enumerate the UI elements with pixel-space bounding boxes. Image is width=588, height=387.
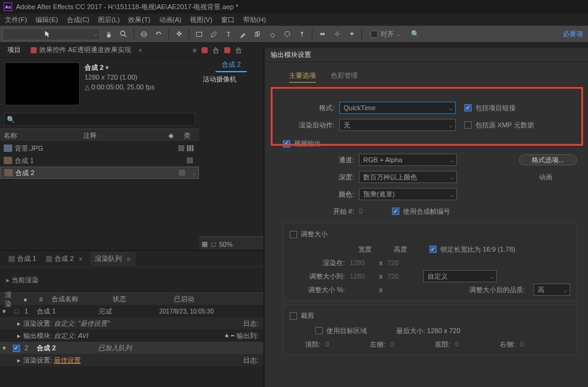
rq-render-settings-2[interactable]: ▸ 渲染设置: 最佳设置 日志: — [0, 354, 263, 366]
zoom-tool[interactable] — [118, 28, 130, 40]
col-type[interactable]: 类 — [178, 131, 195, 140]
project-item[interactable]: 背景.JPG — [0, 142, 199, 154]
color-tag[interactable] — [187, 157, 193, 163]
channels-select[interactable]: RGB + Alpha — [359, 154, 457, 166]
project-item[interactable]: 合成 2 — [0, 167, 199, 179]
zoom-value[interactable]: 50% — [219, 241, 233, 248]
panel-menu-icon[interactable]: ≡ — [193, 47, 197, 54]
effect-controls-tab[interactable]: 效果控件 AE透明通道效果实现 — [26, 43, 136, 56]
pen-tool[interactable] — [208, 28, 220, 40]
rq-item-2[interactable]: ▾ 2 合成 2 已加入队列 — [0, 342, 263, 354]
clone-tool[interactable] — [252, 28, 264, 40]
titlebar: Ae Adobe After Effects CC 2017 - H:\1511… — [0, 0, 588, 13]
brush-tool[interactable] — [237, 28, 249, 40]
start-num-value: 0 — [359, 208, 383, 215]
search-icon[interactable]: 🔍 — [409, 28, 421, 40]
item-label: 合成 2 — [15, 168, 34, 178]
col-tag[interactable]: ● — [18, 296, 34, 303]
eraser-tool[interactable] — [266, 28, 279, 40]
comp-duration: △ 0:00:05:00, 25.00 fps — [85, 82, 154, 92]
resize-toggle[interactable]: 调整大小 — [290, 230, 570, 239]
rect-tool[interactable] — [193, 28, 205, 40]
tab-render-queue[interactable]: 渲染队列≡ — [90, 252, 135, 266]
render-checkbox[interactable] — [13, 345, 20, 352]
comp-icon — [46, 256, 52, 262]
pin-tool[interactable] — [296, 28, 308, 40]
checkbox-icon[interactable] — [290, 231, 297, 238]
include-project-link[interactable]: 包括项目链接 — [464, 103, 516, 113]
hand-tool[interactable] — [103, 28, 115, 40]
post-render-select[interactable]: 无 — [339, 119, 456, 131]
project-tab[interactable]: 项目 — [2, 43, 26, 56]
roto-tool[interactable] — [281, 28, 293, 40]
close-icon[interactable]: × — [76, 255, 85, 263]
viewer-comp-tab[interactable]: 合成 2 — [216, 58, 247, 72]
menu-file[interactable]: 文件(F) — [2, 14, 29, 26]
orbit-tool[interactable] — [138, 28, 150, 40]
res-icon[interactable]: □ — [211, 241, 216, 248]
svg-point-1 — [141, 31, 147, 37]
checkbox-icon[interactable] — [290, 312, 297, 320]
menu-effect[interactable]: 效果(T) — [126, 14, 153, 26]
text-tool[interactable]: T — [222, 28, 235, 40]
project-panel-tabs: 项目 效果控件 AE透明通道效果实现 × ≡ — [0, 43, 199, 58]
col-tag[interactable]: ◆ — [164, 132, 178, 140]
col-comp-name[interactable]: 合成名称 — [47, 295, 108, 304]
view-axis-icon[interactable]: ✦ — [345, 28, 358, 40]
snap-toggle[interactable]: 对齐 ⌵ — [371, 29, 401, 39]
anchor-tool[interactable]: ✥ — [173, 28, 185, 40]
selection-tool[interactable] — [2, 28, 100, 40]
color-tag[interactable] — [178, 145, 184, 151]
expand-icon[interactable]: ▾ — [0, 344, 9, 352]
menu-window[interactable]: 窗口 — [219, 14, 237, 26]
close-tab-icon[interactable]: × — [136, 47, 145, 54]
tab-color-management[interactable]: 色彩管理 — [331, 71, 358, 83]
codec-label: 动画 — [539, 173, 577, 182]
tab-main-options[interactable]: 主要选项 — [289, 71, 316, 83]
tab-comp2[interactable]: 合成 2× — [41, 252, 90, 266]
comp-name: 合成 2 — [85, 64, 104, 71]
workspace-essentials[interactable]: 必要项 — [563, 29, 583, 39]
checkbox-icon[interactable] — [464, 121, 472, 129]
tab-comp1[interactable]: 合成 1 — [4, 252, 41, 266]
use-roi: 使用目标区域 — [315, 326, 367, 336]
video-output-toggle[interactable]: 视频输出 — [283, 139, 577, 148]
comp-thumbnail — [5, 62, 80, 105]
checkbox-icon[interactable] — [464, 104, 472, 111]
rotate-tool[interactable] — [153, 28, 165, 40]
menu-layer[interactable]: 图层(L) — [96, 14, 122, 26]
expand-icon[interactable]: ▾ — [0, 307, 9, 315]
project-search[interactable]: 🔍 — [4, 113, 195, 126]
svg-point-6 — [301, 31, 303, 34]
rq-item-1[interactable]: ▾ □ 1 合成 1 完成 2017/8/23, 10:05:30 — [0, 305, 263, 317]
rq-output-module[interactable]: ▸ 输出模块: 自定义: AVI + − 输出到: — [0, 329, 263, 342]
checkbox-icon[interactable] — [283, 140, 290, 148]
depth-select[interactable]: 数百万种以上颜色 — [359, 171, 457, 183]
menu-help[interactable]: 帮助(H) — [241, 14, 268, 26]
col-status[interactable]: 状态 — [108, 295, 169, 304]
col-note[interactable]: 注释 — [83, 131, 164, 140]
project-item[interactable]: 合成 1 — [0, 154, 199, 167]
menu-edit[interactable]: 编辑(E) — [33, 14, 61, 26]
menu-comp[interactable]: 合成(C) — [64, 14, 92, 26]
grid-icon[interactable]: ▦ — [202, 240, 208, 248]
col-name[interactable]: 名称 — [4, 131, 83, 140]
color-select[interactable]: 预乘(遮罩) — [359, 188, 457, 200]
menu-view[interactable]: 视图(V) — [187, 14, 215, 26]
crop-toggle[interactable]: 裁剪 — [290, 311, 570, 320]
search-icon: 🔍 — [7, 116, 15, 124]
local-axis-icon[interactable]: ⬌ — [316, 28, 328, 40]
active-camera[interactable]: 活动摄像机 — [203, 75, 236, 84]
menu-anim[interactable]: 动画(A) — [157, 14, 184, 26]
rq-render-settings[interactable]: ▸ 渲染设置: 自定义: "最佳设置" 日志: — [0, 317, 263, 329]
col-num[interactable]: # — [34, 296, 47, 303]
format-select[interactable]: QuickTime — [339, 102, 456, 114]
world-axis-icon[interactable]: ⊹ — [331, 28, 343, 40]
include-xmp[interactable]: 包括源 XMP 元数据 — [464, 121, 534, 130]
format-options-button[interactable]: 格式选项... — [519, 154, 577, 165]
col-started[interactable]: 已启动 — [169, 295, 243, 304]
color-tag[interactable] — [179, 170, 185, 176]
snap-checkbox[interactable] — [371, 31, 378, 38]
flowchart-icon[interactable] — [187, 145, 195, 151]
viewer-footer: ▦ □ 50% — [199, 236, 263, 251]
